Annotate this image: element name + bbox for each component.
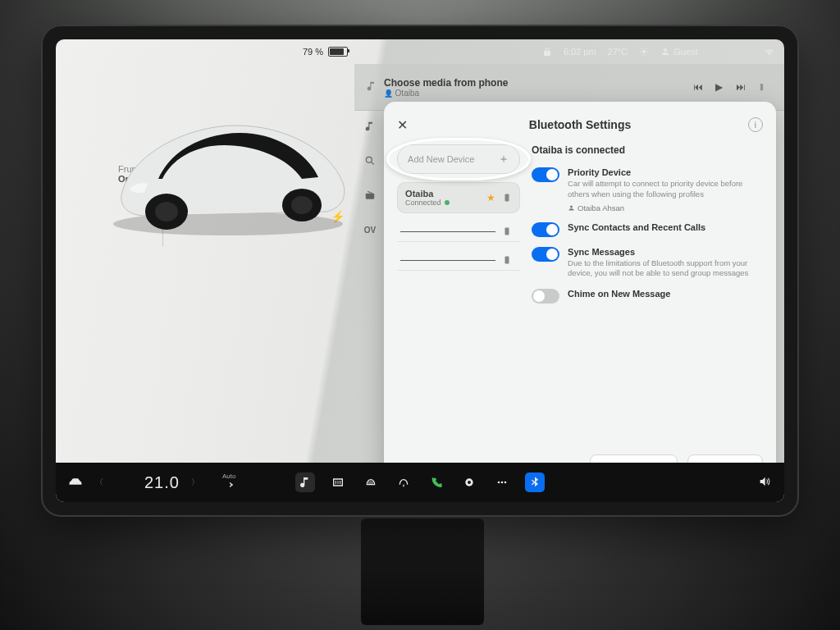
- dock-more-icon[interactable]: [492, 472, 512, 492]
- wifi-icon[interactable]: [765, 47, 774, 57]
- option-priority-device: Priority Device Car will attempt to conn…: [532, 167, 763, 212]
- sun-icon: [639, 47, 649, 57]
- dock-wiper-icon[interactable]: [394, 472, 413, 492]
- option-sync-contacts: Sync Contacts and Recent Calls: [532, 222, 763, 237]
- dock-music-icon[interactable]: [295, 472, 315, 492]
- svg-point-26: [504, 482, 507, 484]
- svg-rect-18: [505, 194, 509, 202]
- quick-column: OV: [354, 115, 386, 241]
- climate-auto[interactable]: Auto: [222, 473, 235, 491]
- toggle-chime[interactable]: [532, 289, 559, 304]
- quick-search-icon[interactable]: [358, 149, 381, 172]
- toggle-sync-contacts[interactable]: [532, 222, 559, 237]
- driver-profile[interactable]: Guest: [660, 47, 697, 57]
- device-options: Otaiba is connected Priority Device Car …: [532, 144, 763, 479]
- battery-icon: [328, 47, 348, 57]
- media-title: Choose media from phone: [384, 77, 508, 89]
- toggle-sync-messages[interactable]: [532, 247, 559, 262]
- device-item[interactable]: [397, 221, 520, 242]
- app-pane: 6:02 pm 27°C Guest Choose media from pho…: [354, 39, 784, 502]
- svg-line-15: [372, 162, 374, 164]
- svg-point-25: [501, 482, 504, 484]
- media-prev[interactable]: ⏮: [687, 81, 709, 93]
- connected-header: Otaiba is connected: [532, 144, 763, 156]
- dock-phone-icon[interactable]: [427, 472, 446, 492]
- clock: 6:02 pm: [564, 47, 596, 57]
- quick-radio-icon[interactable]: [358, 184, 381, 207]
- svg-point-23: [468, 481, 471, 484]
- device-item[interactable]: [397, 250, 520, 271]
- car-render: [97, 80, 359, 244]
- plus-icon: ＋: [498, 152, 509, 167]
- svg-line-12: [641, 54, 641, 55]
- phone-device-icon: [502, 255, 512, 265]
- svg-line-17: [368, 191, 372, 193]
- temp-down[interactable]: 〈: [92, 477, 107, 488]
- svg-point-14: [366, 157, 372, 162]
- svg-line-10: [641, 48, 641, 49]
- dock-bluetooth-icon[interactable]: [525, 472, 545, 492]
- music-note-icon: [366, 80, 384, 94]
- add-new-device-button[interactable]: Add New Device ＋: [397, 144, 520, 174]
- svg-line-13: [646, 48, 647, 49]
- option-chime-new-message: Chime on New Message: [532, 289, 763, 304]
- quick-overlay[interactable]: OV: [358, 218, 381, 241]
- status-bar-left: 79 %: [56, 39, 354, 64]
- device-item-otaiba[interactable]: Otaiba Connected ★: [397, 182, 520, 213]
- svg-point-4: [291, 196, 313, 214]
- bluetooth-settings-modal: ✕ Bluetooth Settings i Add New Device ＋: [384, 102, 776, 491]
- media-source: 👤 Otaiba: [384, 89, 508, 98]
- svg-rect-20: [505, 257, 509, 264]
- dock-volume-icon[interactable]: [756, 475, 773, 491]
- status-bar-right: 6:02 pm 27°C Guest: [531, 39, 784, 64]
- media-play[interactable]: ▶: [709, 81, 730, 93]
- dock-camera-icon[interactable]: [459, 472, 479, 492]
- svg-point-24: [498, 482, 500, 484]
- favorite-star-icon: ★: [486, 192, 495, 203]
- connected-dot-icon: [445, 200, 450, 205]
- svg-rect-16: [366, 194, 375, 199]
- phone-device-icon: [502, 226, 512, 236]
- phone-device-icon: [502, 193, 512, 203]
- dock-defrost-front-icon[interactable]: [361, 472, 381, 492]
- quick-music-icon[interactable]: [358, 115, 381, 138]
- temp-up[interactable]: 〉: [188, 477, 203, 488]
- svg-rect-19: [505, 228, 509, 235]
- modal-title: Bluetooth Settings: [397, 118, 763, 131]
- toggle-priority-device[interactable]: [532, 167, 559, 182]
- dock-defrost-rear-icon[interactable]: [328, 472, 348, 492]
- outside-temp: 27°C: [608, 47, 628, 57]
- svg-point-2: [155, 202, 178, 221]
- cabin-temp[interactable]: 21.0: [144, 473, 180, 492]
- lock-icon[interactable]: [542, 47, 552, 57]
- svg-point-5: [642, 50, 646, 53]
- priority-profile: Otaiba Ahsan: [568, 203, 763, 212]
- car-visual-pane: 79 % Frunk Open Trunk Open ⚡: [56, 39, 354, 502]
- device-list: Add New Device ＋ Otaiba Connected ★: [397, 144, 520, 479]
- svg-line-11: [646, 54, 647, 55]
- option-sync-messages: Sync Messages Due to the limitations of …: [532, 247, 763, 280]
- bottom-dock: 〈 21.0 〉 Auto: [56, 463, 784, 502]
- dock-car-icon[interactable]: [67, 476, 84, 490]
- media-next[interactable]: ⏭: [730, 81, 751, 93]
- media-eq-icon[interactable]: ⦀: [751, 81, 773, 93]
- battery-percent: 79 %: [303, 47, 323, 57]
